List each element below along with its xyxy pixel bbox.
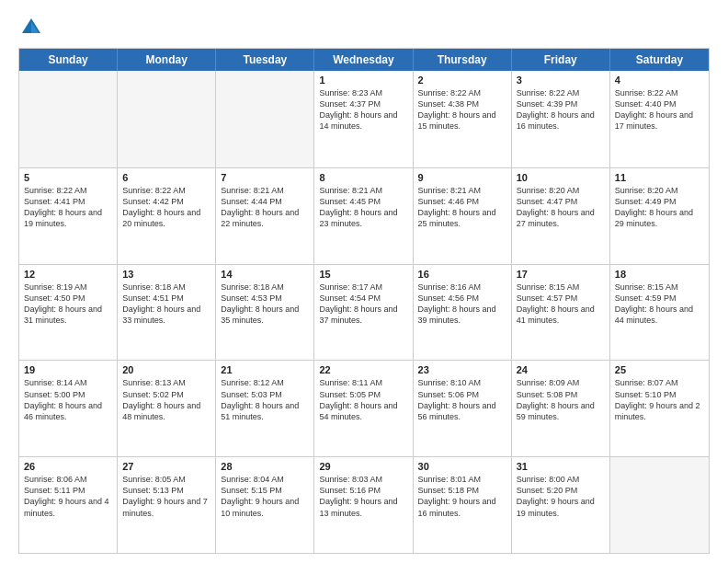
calendar-cell: 26Sunrise: 8:06 AM Sunset: 5:11 PM Dayli…	[19, 457, 118, 553]
cell-text: Sunrise: 8:14 AM Sunset: 5:00 PM Dayligh…	[24, 377, 112, 422]
calendar-cell: 23Sunrise: 8:10 AM Sunset: 5:06 PM Dayli…	[414, 361, 512, 456]
day-number: 12	[24, 269, 112, 280]
day-number: 1	[319, 75, 407, 86]
calendar-cell: 25Sunrise: 8:07 AM Sunset: 5:10 PM Dayli…	[610, 361, 709, 456]
day-number: 25	[615, 364, 704, 375]
calendar-cell: 10Sunrise: 8:20 AM Sunset: 4:47 PM Dayli…	[512, 168, 610, 264]
calendar-week-5: 26Sunrise: 8:06 AM Sunset: 5:11 PM Dayli…	[19, 456, 709, 553]
cell-text: Sunrise: 8:21 AM Sunset: 4:44 PM Dayligh…	[221, 185, 309, 230]
calendar-cell: 7Sunrise: 8:21 AM Sunset: 4:44 PM Daylig…	[216, 168, 314, 264]
day-number: 9	[418, 172, 506, 183]
calendar: SundayMondayTuesdayWednesdayThursdayFrid…	[18, 48, 710, 554]
calendar-cell: 13Sunrise: 8:18 AM Sunset: 4:51 PM Dayli…	[118, 265, 216, 361]
calendar-header-day: Sunday	[19, 49, 118, 71]
day-number: 22	[319, 364, 407, 375]
cell-text: Sunrise: 8:20 AM Sunset: 4:49 PM Dayligh…	[615, 185, 704, 230]
calendar-cell: 31Sunrise: 8:00 AM Sunset: 5:20 PM Dayli…	[512, 457, 610, 553]
cell-text: Sunrise: 8:15 AM Sunset: 4:59 PM Dayligh…	[615, 282, 704, 327]
day-number: 24	[517, 364, 605, 375]
cell-text: Sunrise: 8:04 AM Sunset: 5:15 PM Dayligh…	[221, 474, 309, 519]
page: SundayMondayTuesdayWednesdayThursdayFrid…	[0, 0, 728, 563]
day-number: 30	[418, 461, 506, 472]
calendar-week-2: 5Sunrise: 8:22 AM Sunset: 4:41 PM Daylig…	[19, 167, 709, 264]
cell-text: Sunrise: 8:03 AM Sunset: 5:16 PM Dayligh…	[319, 474, 407, 519]
calendar-cell: 18Sunrise: 8:15 AM Sunset: 4:59 PM Dayli…	[610, 265, 709, 361]
calendar-week-1: 1Sunrise: 8:23 AM Sunset: 4:37 PM Daylig…	[19, 71, 709, 167]
day-number: 3	[517, 75, 605, 86]
cell-text: Sunrise: 8:17 AM Sunset: 4:54 PM Dayligh…	[319, 282, 407, 327]
cell-text: Sunrise: 8:21 AM Sunset: 4:45 PM Dayligh…	[319, 185, 407, 230]
cell-text: Sunrise: 8:15 AM Sunset: 4:57 PM Dayligh…	[517, 282, 605, 327]
cell-text: Sunrise: 8:13 AM Sunset: 5:02 PM Dayligh…	[122, 377, 210, 422]
calendar-cell: 28Sunrise: 8:04 AM Sunset: 5:15 PM Dayli…	[216, 457, 314, 553]
cell-text: Sunrise: 8:19 AM Sunset: 4:50 PM Dayligh…	[24, 282, 112, 327]
calendar-cell: 9Sunrise: 8:21 AM Sunset: 4:46 PM Daylig…	[414, 168, 512, 264]
calendar-header-row: SundayMondayTuesdayWednesdayThursdayFrid…	[19, 49, 709, 71]
cell-text: Sunrise: 8:10 AM Sunset: 5:06 PM Dayligh…	[418, 377, 506, 422]
calendar-week-4: 19Sunrise: 8:14 AM Sunset: 5:00 PM Dayli…	[19, 360, 709, 456]
cell-text: Sunrise: 8:12 AM Sunset: 5:03 PM Dayligh…	[221, 377, 309, 422]
day-number: 19	[24, 364, 112, 375]
day-number: 31	[517, 461, 605, 472]
day-number: 13	[122, 269, 210, 280]
calendar-cell: 22Sunrise: 8:11 AM Sunset: 5:05 PM Dayli…	[314, 361, 413, 456]
calendar-body: 1Sunrise: 8:23 AM Sunset: 4:37 PM Daylig…	[19, 71, 709, 553]
calendar-header-day: Friday	[512, 49, 610, 71]
logo-icon	[18, 15, 44, 40]
day-number: 14	[221, 269, 309, 280]
day-number: 10	[517, 172, 605, 183]
day-number: 20	[122, 364, 210, 375]
calendar-header-day: Tuesday	[216, 49, 314, 71]
day-number: 7	[221, 172, 309, 183]
cell-text: Sunrise: 8:22 AM Sunset: 4:42 PM Dayligh…	[122, 185, 210, 230]
day-number: 18	[615, 269, 704, 280]
day-number: 15	[319, 269, 407, 280]
calendar-cell	[19, 71, 118, 167]
day-number: 11	[615, 172, 704, 183]
day-number: 8	[319, 172, 407, 183]
cell-text: Sunrise: 8:00 AM Sunset: 5:20 PM Dayligh…	[517, 474, 605, 519]
cell-text: Sunrise: 8:07 AM Sunset: 5:10 PM Dayligh…	[615, 377, 704, 422]
day-number: 21	[221, 364, 309, 375]
calendar-header-day: Monday	[118, 49, 216, 71]
cell-text: Sunrise: 8:09 AM Sunset: 5:08 PM Dayligh…	[517, 377, 605, 422]
calendar-cell: 29Sunrise: 8:03 AM Sunset: 5:16 PM Dayli…	[314, 457, 413, 553]
cell-text: Sunrise: 8:16 AM Sunset: 4:56 PM Dayligh…	[418, 282, 506, 327]
day-number: 2	[418, 75, 506, 86]
calendar-cell: 12Sunrise: 8:19 AM Sunset: 4:50 PM Dayli…	[19, 265, 118, 361]
cell-text: Sunrise: 8:06 AM Sunset: 5:11 PM Dayligh…	[24, 474, 112, 519]
cell-text: Sunrise: 8:22 AM Sunset: 4:38 PM Dayligh…	[418, 87, 506, 132]
cell-text: Sunrise: 8:22 AM Sunset: 4:40 PM Dayligh…	[615, 87, 704, 132]
calendar-cell: 19Sunrise: 8:14 AM Sunset: 5:00 PM Dayli…	[19, 361, 118, 456]
calendar-week-3: 12Sunrise: 8:19 AM Sunset: 4:50 PM Dayli…	[19, 264, 709, 361]
cell-text: Sunrise: 8:18 AM Sunset: 4:53 PM Dayligh…	[221, 282, 309, 327]
calendar-cell: 3Sunrise: 8:22 AM Sunset: 4:39 PM Daylig…	[512, 71, 610, 167]
calendar-cell: 1Sunrise: 8:23 AM Sunset: 4:37 PM Daylig…	[314, 71, 413, 167]
calendar-cell	[216, 71, 314, 167]
day-number: 26	[24, 461, 112, 472]
cell-text: Sunrise: 8:22 AM Sunset: 4:39 PM Dayligh…	[517, 87, 605, 132]
calendar-cell: 16Sunrise: 8:16 AM Sunset: 4:56 PM Dayli…	[414, 265, 512, 361]
day-number: 6	[122, 172, 210, 183]
day-number: 29	[319, 461, 407, 472]
header	[18, 15, 710, 40]
calendar-cell: 21Sunrise: 8:12 AM Sunset: 5:03 PM Dayli…	[216, 361, 314, 456]
day-number: 28	[221, 461, 309, 472]
calendar-cell: 4Sunrise: 8:22 AM Sunset: 4:40 PM Daylig…	[610, 71, 709, 167]
calendar-cell: 27Sunrise: 8:05 AM Sunset: 5:13 PM Dayli…	[118, 457, 216, 553]
calendar-cell: 24Sunrise: 8:09 AM Sunset: 5:08 PM Dayli…	[512, 361, 610, 456]
calendar-cell: 5Sunrise: 8:22 AM Sunset: 4:41 PM Daylig…	[19, 168, 118, 264]
calendar-cell: 20Sunrise: 8:13 AM Sunset: 5:02 PM Dayli…	[118, 361, 216, 456]
calendar-header-day: Wednesday	[314, 49, 413, 71]
day-number: 23	[418, 364, 506, 375]
calendar-cell	[118, 71, 216, 167]
cell-text: Sunrise: 8:21 AM Sunset: 4:46 PM Dayligh…	[418, 185, 506, 230]
calendar-cell	[610, 457, 709, 553]
cell-text: Sunrise: 8:22 AM Sunset: 4:41 PM Dayligh…	[24, 185, 112, 230]
calendar-cell: 2Sunrise: 8:22 AM Sunset: 4:38 PM Daylig…	[414, 71, 512, 167]
cell-text: Sunrise: 8:05 AM Sunset: 5:13 PM Dayligh…	[122, 474, 210, 519]
day-number: 4	[615, 75, 704, 86]
cell-text: Sunrise: 8:11 AM Sunset: 5:05 PM Dayligh…	[319, 377, 407, 422]
calendar-cell: 15Sunrise: 8:17 AM Sunset: 4:54 PM Dayli…	[314, 265, 413, 361]
calendar-cell: 8Sunrise: 8:21 AM Sunset: 4:45 PM Daylig…	[314, 168, 413, 264]
